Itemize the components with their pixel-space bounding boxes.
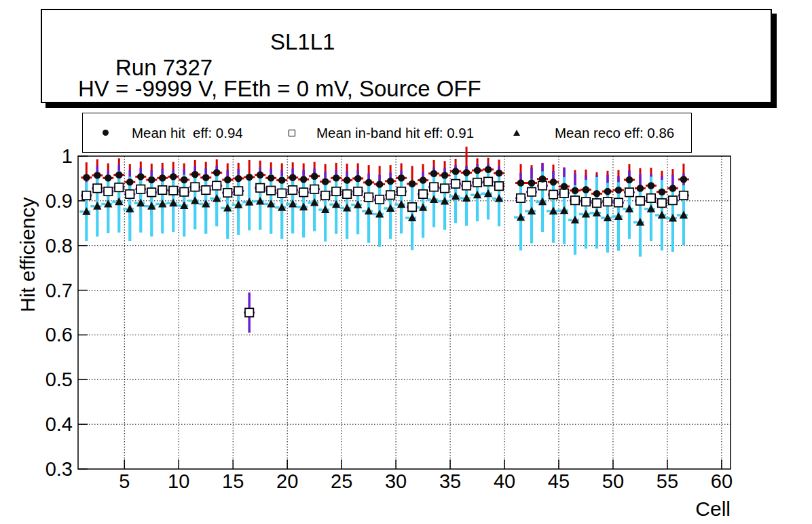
marker-square: [669, 196, 677, 204]
marker-square: [180, 187, 188, 195]
x-tick-label: 55: [657, 470, 678, 492]
x-tick-label: 20: [276, 470, 298, 492]
marker-circle: [354, 175, 362, 183]
x-tick-label: 40: [494, 470, 515, 492]
x-tick-label: 10: [168, 470, 189, 492]
marker-square: [560, 189, 568, 197]
marker-circle: [441, 172, 449, 179]
x-tick-label: 25: [331, 470, 352, 492]
marker-circle: [224, 176, 232, 184]
marker-circle: [83, 174, 90, 181]
marker-circle: [659, 188, 666, 195]
marker-square: [343, 190, 351, 198]
marker-circle: [669, 185, 677, 192]
x-tick-label: 15: [222, 470, 244, 492]
marker-square: [321, 191, 329, 200]
marker-circle: [311, 172, 318, 180]
marker-circle: [528, 179, 536, 187]
marker-circle: [115, 171, 123, 179]
marker-circle: [420, 176, 427, 184]
marker-circle: [593, 190, 601, 198]
marker-square: [680, 191, 688, 200]
marker-circle: [463, 169, 470, 176]
y-tick-label: 0.4: [45, 413, 73, 435]
marker-circle: [648, 182, 655, 189]
marker-circle: [561, 183, 568, 190]
marker-square: [234, 187, 242, 195]
marker-square: [473, 179, 481, 187]
marker-square: [495, 182, 503, 190]
marker-circle: [376, 181, 384, 188]
marker-square: [126, 190, 134, 198]
marker-square: [332, 187, 340, 195]
marker-square: [375, 195, 384, 204]
x-tick-label: 30: [385, 470, 407, 492]
marker-circle: [322, 178, 329, 185]
plot-svg: 5101520253035404550556010.90.80.70.60.50…: [0, 0, 812, 524]
marker-square: [462, 181, 470, 189]
marker-square: [658, 199, 666, 207]
marker-circle: [517, 179, 525, 187]
marker-square: [647, 194, 655, 202]
y-tick-label: 0.5: [45, 369, 73, 390]
y-tick-label: 0.3: [45, 458, 73, 480]
marker-circle: [409, 181, 416, 188]
marker-square: [451, 180, 460, 188]
y-tick-label: 0.7: [45, 280, 73, 301]
marker-circle: [191, 171, 199, 179]
marker-square: [625, 188, 633, 196]
marker-square: [397, 187, 405, 195]
marker-square: [310, 185, 318, 193]
marker-square: [582, 198, 590, 206]
marker-square: [93, 184, 101, 192]
marker-circle: [365, 179, 373, 187]
marker-circle: [235, 175, 242, 183]
marker-circle: [94, 172, 101, 179]
marker-square: [213, 181, 221, 189]
x-tick-label: 60: [711, 470, 733, 492]
marker-circle: [181, 176, 188, 184]
marker-circle: [257, 171, 264, 179]
marker-square: [636, 197, 644, 205]
marker-circle: [126, 179, 134, 186]
marker-square: [354, 187, 362, 195]
marker-square: [278, 189, 286, 197]
y-tick-label: 0.8: [45, 235, 73, 257]
marker-circle: [344, 176, 351, 184]
root-canvas: Run 7327 SL1L1 HV = -9999 V, FEth = 0 mV…: [0, 0, 812, 524]
marker-circle: [583, 186, 590, 193]
marker-circle: [159, 174, 166, 182]
y-tick-label: 1: [62, 145, 73, 167]
marker-square: [528, 187, 536, 195]
marker-square: [104, 187, 112, 195]
y-tick-label: 0.6: [45, 324, 73, 345]
marker-square: [289, 186, 297, 194]
marker-square: [245, 308, 253, 316]
marker-circle: [626, 176, 633, 184]
marker-circle: [137, 173, 145, 181]
marker-square: [115, 183, 123, 191]
marker-square: [593, 199, 601, 207]
marker-circle: [452, 168, 460, 175]
marker-square: [517, 194, 525, 202]
marker-circle: [213, 169, 221, 176]
marker-circle: [246, 174, 253, 181]
x-tick-label: 35: [439, 470, 461, 492]
x-tick-label: 50: [602, 470, 624, 492]
marker-square: [549, 190, 557, 198]
marker-circle: [430, 170, 438, 177]
marker-circle: [398, 174, 405, 182]
marker-circle: [300, 176, 308, 183]
marker-square: [419, 190, 427, 198]
marker-circle: [202, 174, 210, 181]
marker-square: [299, 188, 308, 196]
marker-square: [484, 177, 492, 185]
marker-square: [202, 186, 210, 194]
marker-circle: [485, 166, 492, 173]
marker-square: [604, 198, 612, 206]
marker-square: [267, 187, 275, 195]
marker-square: [441, 184, 449, 192]
marker-square: [408, 203, 416, 211]
marker-circle: [604, 188, 612, 195]
marker-square: [191, 183, 199, 191]
